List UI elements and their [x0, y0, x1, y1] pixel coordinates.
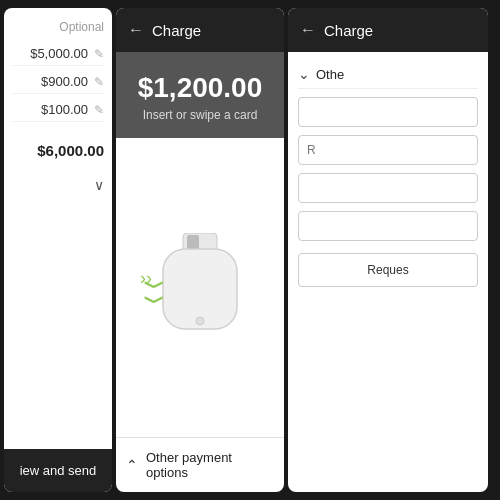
request-label: Reques — [367, 263, 408, 277]
right-other-row[interactable]: ⌄ Othe — [298, 60, 478, 89]
right-title: Charge — [324, 22, 373, 39]
line-item-1: $5,000.00 ✎ — [12, 42, 104, 66]
line-item-3-amount: $100.00 — [41, 102, 88, 117]
middle-title: Charge — [152, 22, 201, 39]
optional-label: Optional — [12, 16, 104, 38]
left-content: Optional $5,000.00 ✎ $900.00 ✎ $100.00 ✎… — [4, 8, 112, 449]
chevron-up-icon: ⌃ — [126, 457, 138, 473]
other-payment-label: Other payment options — [146, 450, 274, 480]
chevron-section: ∨ — [12, 172, 104, 198]
line-item-2-amount: $900.00 — [41, 74, 88, 89]
charge-amount: $1,200.00 — [128, 72, 272, 104]
right-header: ← Charge — [288, 8, 488, 52]
middle-back-arrow[interactable]: ← — [128, 21, 144, 39]
right-content: ⌄ Othe Reques — [288, 52, 488, 492]
right-input-r-row — [298, 135, 478, 165]
right-input-3[interactable] — [298, 173, 478, 203]
middle-panel: ← Charge $1,200.00 Insert or swipe a car… — [116, 8, 284, 492]
card-reader-area: ›› ❭❭ — [116, 138, 284, 437]
edit-icon-2[interactable]: ✎ — [94, 75, 104, 89]
total-amount: $6,000.00 — [37, 142, 104, 159]
right-back-arrow[interactable]: ← — [300, 21, 316, 39]
right-panel: ← Charge ⌄ Othe Reques — [288, 8, 488, 492]
svg-rect-1 — [187, 235, 199, 249]
edit-icon-3[interactable]: ✎ — [94, 103, 104, 117]
chevron-down-icon[interactable]: ∨ — [94, 177, 104, 193]
view-and-send-label: iew and send — [20, 463, 97, 478]
left-panel: Optional $5,000.00 ✎ $900.00 ✎ $100.00 ✎… — [4, 8, 112, 492]
request-button[interactable]: Reques — [298, 253, 478, 287]
right-input-1[interactable] — [298, 97, 478, 127]
right-input-4[interactable] — [298, 211, 478, 241]
charge-hero: $1,200.00 Insert or swipe a card — [116, 52, 284, 138]
down-arrows-icon: ›› ❭❭ — [140, 268, 170, 300]
right-other-label: Othe — [316, 67, 344, 82]
line-item-3: $100.00 ✎ — [12, 98, 104, 122]
view-and-send-button[interactable]: iew and send — [4, 449, 112, 492]
right-input-2[interactable] — [298, 135, 478, 165]
right-chevron-down-icon: ⌄ — [298, 66, 310, 82]
svg-point-3 — [196, 317, 204, 325]
middle-header: ← Charge — [116, 8, 284, 52]
charge-subtitle: Insert or swipe a card — [128, 108, 272, 122]
line-item-1-amount: $5,000.00 — [30, 46, 88, 61]
line-item-2: $900.00 ✎ — [12, 70, 104, 94]
screens-container: Optional $5,000.00 ✎ $900.00 ✎ $100.00 ✎… — [0, 0, 500, 500]
edit-icon-1[interactable]: ✎ — [94, 47, 104, 61]
other-payment-options[interactable]: ⌃ Other payment options — [116, 437, 284, 492]
total-section: $6,000.00 — [12, 134, 104, 168]
